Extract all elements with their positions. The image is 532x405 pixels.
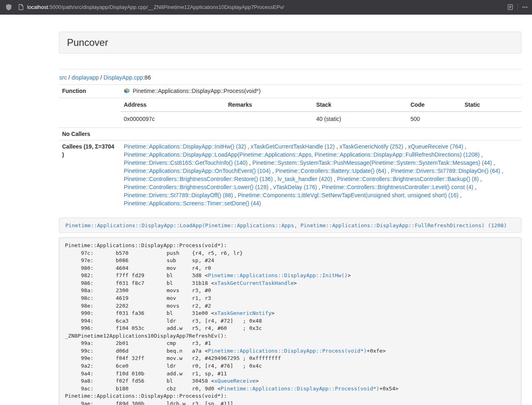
url-path: :5000/path/src/displayapp/DisplayApp.cpp… xyxy=(48,4,284,10)
code-symbol-link[interactable]: Pinetime::Applications::DisplayApp::Proc… xyxy=(221,386,379,392)
horizontal-divider xyxy=(59,69,521,69)
page-title: Puncover xyxy=(67,37,513,48)
function-name: Pinetime::Applications::DisplayApp::Proc… xyxy=(133,88,261,94)
callee-link[interactable]: Pinetime::Drivers::Cst816S::GetTouchInfo… xyxy=(124,159,248,166)
table-row-metrics: AddressRemarksStackCodeStatic 0x0000097c… xyxy=(59,98,521,128)
metrics-value xyxy=(461,112,521,125)
url-bar[interactable]: localhost:5000/path/src/displayapp/Displ… xyxy=(18,4,507,10)
shield-icon[interactable] xyxy=(6,4,12,11)
metrics-col-header: Remarks xyxy=(225,100,313,112)
symbol-section-link[interactable]: Pinetime::Applications::DisplayApp::Load… xyxy=(65,222,507,228)
no-callers-label: No Callers xyxy=(59,128,121,140)
breadcrumb-line-number: :86 xyxy=(143,74,151,81)
breadcrumb: src / displayapp / DisplayApp.cpp:86 xyxy=(59,74,521,81)
function-cell: Pinetime::Applications::DisplayApp::Proc… xyxy=(121,85,521,98)
metrics-col-header: Stack xyxy=(313,100,407,112)
callee-link[interactable]: Pinetime::Drivers::St7789::DisplayOn() (… xyxy=(391,168,500,174)
breadcrumb-link[interactable]: DisplayApp.cpp xyxy=(103,74,143,81)
callee-link[interactable]: Pinetime::System::SystemTask::PushMessag… xyxy=(252,159,492,166)
callees-label: Callees (19, Σ=3704 ) xyxy=(59,140,121,210)
metrics-col-header: Code xyxy=(407,100,461,112)
metrics-cell: AddressRemarksStackCodeStatic 0x0000097c… xyxy=(121,98,521,128)
callee-link[interactable]: Pinetime::Applications::DisplayApp::Init… xyxy=(124,143,246,150)
callee-link[interactable]: xTaskGenericNotify (252) xyxy=(339,143,403,150)
code-symbol-link[interactable]: Pinetime::Applications::DisplayApp::Init… xyxy=(208,272,347,278)
breadcrumb-link[interactable]: displayapp xyxy=(71,74,99,81)
callee-link[interactable]: Pinetime::Applications::Screens::Timer::… xyxy=(124,200,261,207)
metrics-value: 0x0000097c xyxy=(121,112,225,125)
metrics-value xyxy=(225,112,313,125)
callee-link[interactable]: Pinetime::Controllers::Battery::Update()… xyxy=(276,168,386,174)
metrics-value: 500 xyxy=(407,112,461,125)
callee-link[interactable]: Pinetime::Controllers::BrightnessControl… xyxy=(124,184,268,190)
toolbar-divider xyxy=(517,4,518,11)
function-icon xyxy=(124,88,130,96)
metrics-col-header: Static xyxy=(461,100,521,112)
app-title-panel: Puncover xyxy=(59,32,521,54)
callee-link[interactable]: Pinetime::Drivers::St7789::DisplayOff() … xyxy=(124,192,233,198)
callee-link[interactable]: Pinetime::Controllers::BrightnessControl… xyxy=(124,176,273,182)
table-row-no-callers: No Callers xyxy=(59,128,521,140)
metrics-row-label xyxy=(59,98,121,128)
metrics-value: 40 (static) xyxy=(313,112,407,125)
code-symbol-link[interactable]: xQueueReceive xyxy=(214,378,256,384)
url-text: localhost:5000/path/src/displayapp/Displ… xyxy=(27,4,284,10)
page-container: Puncover src / displayapp / DisplayApp.c… xyxy=(59,32,521,405)
breadcrumb-link[interactable]: src xyxy=(59,74,67,81)
table-row-callees: Callees (19, Σ=3704 ) Pinetime::Applicat… xyxy=(59,140,521,210)
metrics-col-header: Address xyxy=(121,100,225,112)
callee-link[interactable]: lv_task_handler (420) xyxy=(278,176,332,182)
browser-toolbar: localhost:5000/path/src/displayapp/Displ… xyxy=(0,0,532,15)
no-callers-cell xyxy=(121,128,521,140)
table-row-function: Function Pinetime::Applications::Display… xyxy=(59,85,521,98)
reader-view-icon[interactable] xyxy=(507,4,513,10)
symbol-table: Function Pinetime::Applications::Display… xyxy=(59,84,521,209)
callee-link[interactable]: Pinetime::Controllers::BrightnessControl… xyxy=(322,184,473,190)
callee-link[interactable]: Pinetime::Controllers::BrightnessControl… xyxy=(337,176,478,182)
code-symbol-link[interactable]: xTaskGenericNotify xyxy=(214,310,271,316)
symbol-section-heading: Pinetime::Applications::DisplayApp::Load… xyxy=(59,218,521,233)
callee-link[interactable]: Pinetime::Components::LittleVgl::SetNewT… xyxy=(238,192,459,198)
metrics-table: AddressRemarksStackCodeStatic 0x0000097c… xyxy=(121,100,521,125)
metrics-value-row: 0x0000097c40 (static)500 xyxy=(121,112,521,125)
function-row-label: Function xyxy=(59,85,121,98)
code-symbol-link[interactable]: Pinetime::Applications::DisplayApp::Proc… xyxy=(208,348,366,354)
callee-link[interactable]: xQueueReceive (764) xyxy=(408,143,463,150)
disassembly: Pinetime::Applications::DisplayApp::Proc… xyxy=(59,237,521,405)
callee-link[interactable]: vTaskDelay (176) xyxy=(273,184,317,190)
overflow-menu-icon[interactable] xyxy=(522,4,528,10)
metrics-header-row: AddressRemarksStackCodeStatic xyxy=(121,100,521,112)
code-symbol-link[interactable]: xTaskGetCurrentTaskHandle xyxy=(214,280,294,286)
callee-link[interactable]: Pinetime::Applications::DisplayApp::OnTo… xyxy=(124,168,271,174)
url-host: localhost xyxy=(27,4,48,10)
callee-link[interactable]: xTaskGetCurrentTaskHandle (12) xyxy=(251,143,335,150)
callees-cell: Pinetime::Applications::DisplayApp::Init… xyxy=(121,140,521,210)
callees-list: Pinetime::Applications::DisplayApp::Init… xyxy=(124,143,503,207)
callee-link[interactable]: Pinetime::Applications::DisplayApp::Load… xyxy=(124,151,480,158)
page-icon[interactable] xyxy=(18,4,24,10)
